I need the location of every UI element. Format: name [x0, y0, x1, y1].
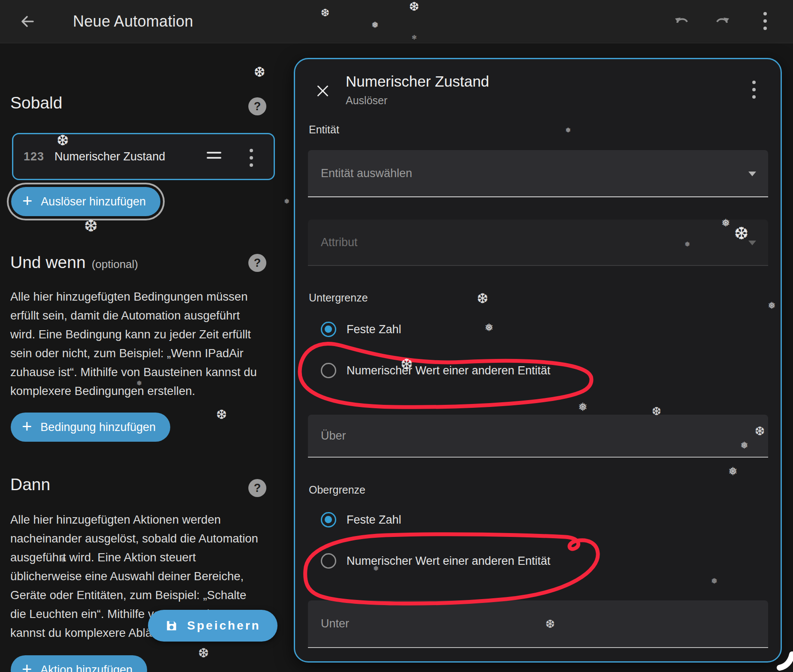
undo-icon[interactable]: [672, 12, 691, 30]
dialog-kebab-icon[interactable]: [752, 81, 756, 99]
numeric-123-icon: 123: [24, 150, 44, 163]
radio-upper-fixed-number[interactable]: Feste Zahl: [321, 512, 401, 527]
add-action-label: Aktion hinzufügen: [40, 663, 133, 672]
help-icon-dann[interactable]: ?: [248, 479, 266, 497]
page-title: Neue Automation: [73, 12, 193, 30]
entity-label: Entität: [309, 124, 339, 136]
radio-selected-icon: [321, 512, 336, 527]
lower-bound-label: Untergrenze: [309, 292, 368, 304]
moon-crescent-icon: [780, 654, 792, 668]
above-input[interactable]: Über: [308, 415, 768, 458]
dialog-title: Numerischer Zustand: [346, 73, 489, 90]
add-trigger-label: Auslöser hinzufügen: [41, 195, 146, 208]
below-placeholder: Unter: [321, 617, 349, 630]
help-icon-undwenn[interactable]: ?: [248, 254, 266, 272]
radio-lower-fixed-number[interactable]: Feste Zahl: [321, 322, 401, 337]
radio-upper-other-entity[interactable]: Numerischer Wert einer anderen Entität: [321, 553, 550, 569]
conditions-description: Alle hier hinzugefügten Bedingungen müss…: [10, 287, 259, 401]
numeric-state-dialog: Numerischer Zustand Auslöser Entität Ent…: [294, 58, 782, 663]
chevron-down-icon: [748, 172, 756, 176]
snowflake-icon: ❆: [254, 65, 265, 79]
entity-placeholder: Entität auswählen: [321, 167, 412, 180]
redo-icon[interactable]: [713, 12, 732, 30]
kebab-dots: [763, 12, 767, 30]
upper-bound-label: Obergrenze: [309, 484, 365, 496]
snowflake-icon: ❆: [84, 218, 98, 234]
kebab-menu-icon[interactable]: [756, 12, 775, 30]
save-label: Speichern: [187, 619, 260, 633]
above-placeholder: Über: [321, 429, 346, 443]
section-sobald-heading: Sobald: [10, 93, 62, 112]
trigger-card-numeric-state[interactable]: 123 Numerischer Zustand: [12, 133, 275, 180]
snowflake-icon: ❅: [284, 198, 289, 205]
trigger-card-kebab-icon[interactable]: [250, 149, 253, 167]
entity-select[interactable]: Entität auswählen: [308, 150, 768, 197]
back-icon[interactable]: [19, 13, 36, 30]
radio-unselected-icon: [321, 363, 336, 378]
add-condition-label: Bedingung hinzufügen: [40, 421, 156, 434]
attribute-select[interactable]: Attribut: [308, 220, 768, 266]
optional-suffix: (optional): [92, 258, 138, 271]
attribute-placeholder: Attribut: [321, 236, 358, 249]
dialog-subtitle: Auslöser: [346, 94, 387, 107]
save-button[interactable]: Speichern: [148, 610, 277, 642]
snowflake-icon: ❆: [198, 647, 209, 660]
save-floppy-icon: [165, 619, 178, 633]
radio-unselected-icon: [321, 553, 336, 569]
radio-lower-other-entity[interactable]: Numerischer Wert einer anderen Entität: [321, 363, 550, 378]
close-icon[interactable]: [315, 83, 330, 99]
snowflake-icon: ❆: [216, 408, 227, 421]
below-input[interactable]: Unter: [308, 600, 768, 648]
app-header: Neue Automation: [0, 0, 793, 43]
help-icon-sobald[interactable]: ?: [248, 97, 266, 115]
add-condition-button[interactable]: + Bedingung hinzufügen: [11, 413, 170, 442]
add-action-button[interactable]: + Aktion hinzufügen: [11, 655, 147, 672]
drag-handle-icon[interactable]: [207, 152, 221, 162]
trigger-card-title: Numerischer Zustand: [54, 150, 165, 163]
section-undwenn-heading: Und wenn(optional): [10, 253, 138, 272]
radio-selected-icon: [321, 322, 336, 337]
add-trigger-button[interactable]: + Auslöser hinzufügen: [11, 187, 160, 216]
chevron-down-icon: [748, 241, 756, 245]
section-dann-heading: Dann: [10, 475, 50, 494]
